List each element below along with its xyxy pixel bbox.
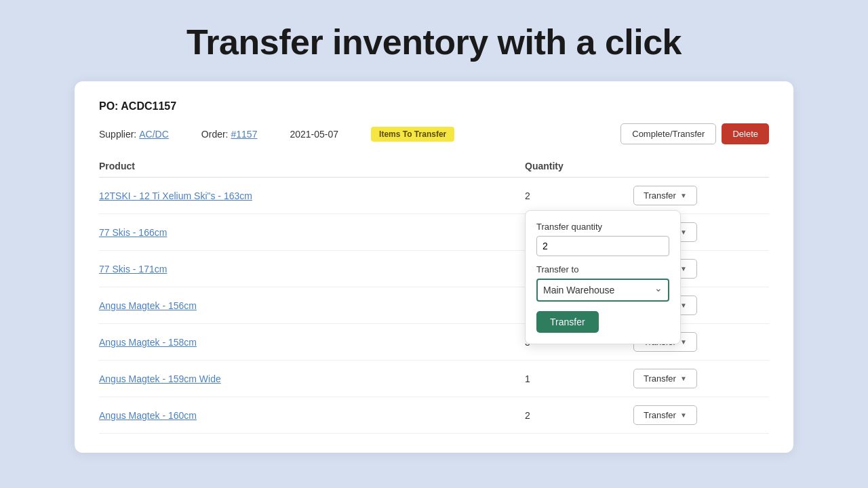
product-link[interactable]: Angus Magtek - 156cm <box>99 300 197 311</box>
transfer-caret: ▼ <box>680 265 687 272</box>
col-product: Product <box>99 161 525 171</box>
product-link[interactable]: 77 Skis - 166cm <box>99 227 167 238</box>
page-title: Transfer inventory with a click <box>186 22 682 62</box>
status-badge: Items To Transfer <box>371 127 454 142</box>
table-body: 12TSKI - 12 Ti Xelium Ski"s - 163cm2Tran… <box>99 178 769 434</box>
order-info: Order: #1157 <box>201 129 258 140</box>
transfer-actions: Transfer ▼ Transfer quantity Transfer to… <box>633 186 769 205</box>
transfer-caret: ▼ <box>680 375 687 382</box>
transfer-caret: ▼ <box>680 338 687 346</box>
col-quantity: Quantity <box>525 161 633 171</box>
supplier-info: Supplier: AC/DC <box>99 129 169 140</box>
supplier-link[interactable]: AC/DC <box>139 129 169 140</box>
transfer-popup: Transfer quantity Transfer to Main Wareh… <box>525 210 681 344</box>
product-link[interactable]: 77 Skis - 171cm <box>99 264 167 274</box>
transfer-caret: ▼ <box>680 302 687 309</box>
quantity-cell: 2 <box>525 190 633 201</box>
main-card: PO: ACDC1157 Supplier: AC/DC Order: #115… <box>75 81 793 453</box>
product-link[interactable]: 12TSKI - 12 Ti Xelium Ski"s - 163cm <box>99 190 252 201</box>
transfer-button[interactable]: Transfer ▼ <box>633 186 697 205</box>
product-link[interactable]: Angus Magtek - 159cm Wide <box>99 373 221 384</box>
table-row: Angus Magtek - 159cm Wide1Transfer ▼ <box>99 361 769 397</box>
quantity-cell: 1 <box>525 373 633 384</box>
order-date: 2021-05-07 <box>290 129 338 140</box>
transfer-to-label: Transfer to <box>536 264 669 274</box>
table-header: Product Quantity <box>99 161 769 178</box>
transfer-caret: ▼ <box>680 228 687 236</box>
complete-transfer-button[interactable]: Complete/Transfer <box>620 123 716 144</box>
qty-label: Transfer quantity <box>536 222 669 232</box>
table-row: 12TSKI - 12 Ti Xelium Ski"s - 163cm2Tran… <box>99 178 769 214</box>
po-number: PO: ACDC1157 <box>99 100 769 113</box>
delete-button[interactable]: Delete <box>722 123 769 144</box>
transfer-qty-input[interactable] <box>536 236 669 256</box>
meta-row: Supplier: AC/DC Order: #1157 2021-05-07 … <box>99 123 769 144</box>
transfer-to-select[interactable]: Main WarehouseSecondary WarehouseOverflo… <box>536 279 669 302</box>
order-label: Order: <box>201 129 229 140</box>
supplier-label: Supplier: <box>99 129 136 140</box>
table-row: Angus Magtek - 160cm2Transfer ▼ <box>99 397 769 434</box>
transfer-caret: ▼ <box>680 411 687 419</box>
transfer-button[interactable]: Transfer ▼ <box>633 405 697 425</box>
product-link[interactable]: Angus Magtek - 158cm <box>99 337 197 348</box>
transfer-button[interactable]: Transfer ▼ <box>633 369 697 388</box>
product-link[interactable]: Angus Magtek - 160cm <box>99 410 197 421</box>
transfer-to-wrapper: Main WarehouseSecondary WarehouseOverflo… <box>536 279 669 311</box>
confirm-transfer-button[interactable]: Transfer <box>536 311 599 333</box>
transfer-actions: Transfer ▼ <box>633 405 769 425</box>
transfer-caret: ▼ <box>680 192 687 199</box>
quantity-cell: 2 <box>525 410 633 421</box>
order-link[interactable]: #1157 <box>231 129 258 140</box>
action-buttons: Complete/Transfer Delete <box>620 123 769 144</box>
transfer-actions: Transfer ▼ <box>633 369 769 388</box>
